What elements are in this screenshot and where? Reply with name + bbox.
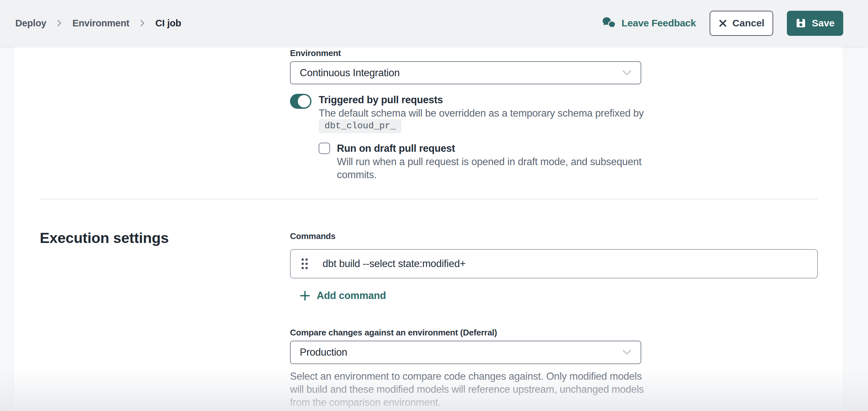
deferral-help-text: Select an environment to compare code ch… <box>290 370 652 409</box>
leave-feedback-label: Leave Feedback <box>622 18 696 29</box>
cancel-button[interactable]: Cancel <box>710 11 773 36</box>
draft-pr-description: Will run when a pull request is opened i… <box>337 155 679 181</box>
commands-label: Commands <box>290 231 336 241</box>
ci-job-settings-page: Deploy Environment CI job Leave Feedback <box>0 0 868 411</box>
add-command-button[interactable]: Add command <box>300 290 386 302</box>
draft-pr-label: Run on draft pull request <box>337 143 455 154</box>
command-input[interactable]: dbt build --select state:modified+ <box>322 258 809 270</box>
save-label: Save <box>812 18 834 29</box>
deferral-select[interactable]: Production <box>290 341 641 364</box>
save-icon <box>795 18 806 29</box>
deferral-select-value: Production <box>300 347 347 358</box>
breadcrumb-ci-job: CI job <box>155 18 181 29</box>
command-row[interactable]: dbt build --select state:modified+ <box>290 249 818 279</box>
chevron-down-icon <box>622 70 632 76</box>
breadcrumb-deploy[interactable]: Deploy <box>15 18 46 29</box>
pr-trigger-toggle[interactable] <box>290 94 311 109</box>
chevron-right-icon <box>55 18 63 28</box>
chevron-down-icon <box>622 349 632 356</box>
draft-pr-checkbox[interactable] <box>319 143 330 154</box>
save-button[interactable]: Save <box>787 11 843 36</box>
add-command-label: Add command <box>317 290 386 302</box>
feedback-bubbles-icon <box>602 17 617 30</box>
environment-select-value: Continuous Integration <box>300 67 400 79</box>
leave-feedback-link[interactable]: Leave Feedback <box>602 17 696 30</box>
top-bar: Deploy Environment CI job Leave Feedback <box>0 0 868 46</box>
environment-field-label: Environment <box>290 48 341 58</box>
pr-trigger-label: Triggered by pull requests <box>319 94 443 106</box>
deferral-field-label: Compare changes against an environment (… <box>290 328 497 338</box>
pr-trigger-description: The default schema will be overridden as… <box>319 107 645 120</box>
breadcrumb: Deploy Environment CI job <box>15 18 181 29</box>
close-icon <box>718 19 727 28</box>
execution-settings-title: Execution settings <box>40 230 169 247</box>
section-divider <box>39 199 818 199</box>
environment-select[interactable]: Continuous Integration <box>290 61 641 84</box>
chevron-right-icon <box>138 18 146 28</box>
drag-handle-icon[interactable] <box>301 257 309 271</box>
top-actions: Leave Feedback Cancel Save <box>602 11 843 36</box>
plus-icon <box>300 290 310 301</box>
toggle-knob <box>298 95 310 107</box>
breadcrumb-environment[interactable]: Environment <box>72 18 129 29</box>
cancel-label: Cancel <box>733 18 765 29</box>
schema-prefix-chip: dbt_cloud_pr_ <box>319 119 401 133</box>
